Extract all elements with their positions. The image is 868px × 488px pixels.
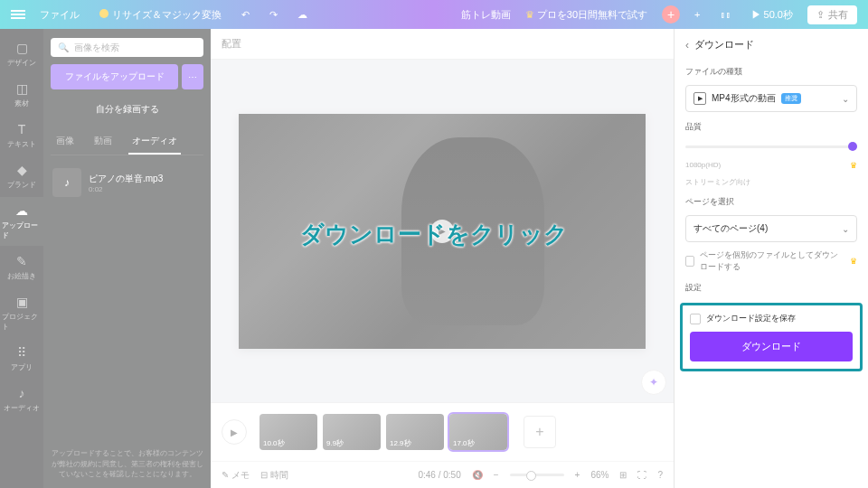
tab-オーディオ[interactable]: オーディオ: [128, 129, 181, 155]
analytics-icon[interactable]: ⫾⫾: [715, 6, 737, 23]
add-page-button[interactable]: +: [524, 416, 556, 448]
music-note-icon: ♪: [52, 168, 81, 197]
search-icon: 🔍: [58, 42, 69, 52]
undo-icon[interactable]: ↶: [236, 6, 255, 23]
canvas-toolbar: 配置: [211, 29, 674, 60]
ai-assist-button[interactable]: ✦: [641, 370, 666, 395]
play-duration[interactable]: ▶ 50.0秒: [746, 5, 798, 24]
grid-view-icon[interactable]: ⊞: [619, 470, 627, 480]
settings-label: 設定: [685, 282, 857, 294]
timeline: ▶ 10.0秒9.9秒12.9秒17.0秒 + ✎ メモ ⊟ 時間 0:46 /…: [211, 402, 674, 488]
pages-label: ページを選択: [685, 196, 857, 208]
search-input[interactable]: 🔍: [51, 38, 203, 57]
rail-item-デザイン[interactable]: ▢デザイン: [0, 34, 43, 73]
share-button[interactable]: ⇪ 共有: [807, 5, 857, 24]
timeline-clip[interactable]: 17.0秒: [449, 414, 507, 450]
annotation-highlight: ダウンロード設定を保存 ダウンロード: [680, 303, 863, 371]
mute-icon[interactable]: 🔇: [472, 470, 483, 480]
rail-icon: ✎: [14, 253, 30, 269]
rail-icon: ☁: [14, 202, 30, 219]
timeline-clip[interactable]: 12.9秒: [386, 414, 444, 450]
rail-item-アップロード[interactable]: ☁アップロード: [0, 197, 43, 246]
back-icon[interactable]: ‹: [685, 39, 689, 52]
upload-disclaimer: アップロードすることで、お客様のコンテンツが弊社の規約に同意し、第三者の権利を侵…: [51, 448, 203, 479]
fullscreen-icon[interactable]: ⛶: [637, 470, 646, 480]
time-display: 0:46 / 0:50: [418, 470, 460, 480]
tutorial-annotation: ダウンロードをクリック: [300, 219, 568, 250]
media-tabs: 画像動画オーディオ: [51, 129, 203, 155]
crown-icon: ♛: [850, 257, 857, 266]
notes-button[interactable]: ✎ メモ: [222, 469, 250, 482]
project-title-input[interactable]: [439, 9, 511, 20]
left-rail: ▢デザイン◫素材Tテキスト◆ブランド☁アップロード✎お絵描き▣プロジェクト⠿アプ…: [0, 29, 43, 488]
hamburger-icon[interactable]: [11, 10, 25, 19]
crown-icon: ♛: [850, 161, 857, 170]
rail-item-アプリ[interactable]: ⠿アプリ: [0, 339, 43, 378]
filetype-label: ファイルの種類: [685, 66, 857, 78]
timeline-clip[interactable]: 10.0秒: [259, 414, 317, 450]
rail-item-素材[interactable]: ◫素材: [0, 75, 43, 114]
plus-light-icon[interactable]: +: [689, 6, 705, 23]
chevron-down-icon: ⌄: [842, 224, 849, 234]
upload-file-button[interactable]: ファイルをアップロード: [51, 64, 178, 89]
file-menu[interactable]: ファイル: [34, 5, 85, 24]
filetype-select[interactable]: ▶ MP4形式の動画 推奨 ⌄: [685, 85, 857, 112]
video-file-icon: ▶: [693, 92, 706, 105]
duration-button[interactable]: ⊟ 時間: [260, 469, 288, 482]
rail-icon: ▣: [14, 294, 30, 310]
rail-icon: ⠿: [14, 344, 30, 361]
save-settings-checkbox[interactable]: [690, 314, 701, 324]
tab-画像[interactable]: 画像: [52, 129, 78, 155]
rail-item-プロジェクト[interactable]: ▣プロジェクト: [0, 288, 43, 337]
resize-menu[interactable]: リサイズ＆マジック変換: [94, 5, 227, 24]
zoom-slider[interactable]: [510, 474, 564, 476]
quality-label: 品質: [685, 121, 857, 133]
audio-list-item[interactable]: ♪ ピアノの単音.mp3 0:02: [51, 163, 203, 202]
download-panel: ‹ ダウンロード ファイルの種類 ▶ MP4形式の動画 推奨 ⌄ 品質 1080…: [674, 29, 868, 488]
rail-item-お絵描き[interactable]: ✎お絵描き: [0, 248, 43, 286]
zoom-level: 66%: [590, 470, 609, 480]
help-icon[interactable]: ?: [657, 470, 663, 480]
timeline-play-button[interactable]: ▶: [222, 419, 247, 445]
position-label[interactable]: 配置: [222, 37, 241, 51]
upload-more-button[interactable]: ⋯: [182, 64, 203, 89]
separate-files-checkbox[interactable]: [685, 256, 694, 267]
pages-select[interactable]: すべてのページ(4) ⌄: [685, 215, 857, 242]
rail-item-テキスト[interactable]: Tテキスト: [0, 116, 43, 155]
cloud-sync-icon: ☁: [292, 6, 313, 23]
side-panel: 🔍 ファイルをアップロード ⋯ 自分を録画する 画像動画オーディオ ♪ ピアノの…: [43, 29, 211, 488]
rail-item-ブランド[interactable]: ◆ブランド: [0, 156, 43, 195]
redo-icon[interactable]: ↷: [264, 6, 283, 23]
download-button[interactable]: ダウンロード: [690, 332, 853, 361]
rail-icon: ♪: [14, 385, 30, 401]
tab-動画[interactable]: 動画: [90, 129, 116, 155]
timeline-clip[interactable]: 9.9秒: [323, 414, 381, 450]
quality-slider[interactable]: [685, 145, 857, 148]
rail-item-オーディオ[interactable]: ♪オーディオ: [0, 380, 43, 418]
rail-icon: ◫: [14, 80, 30, 97]
record-self-button[interactable]: 自分を録画する: [51, 97, 203, 122]
rail-icon: ◆: [14, 162, 30, 178]
pro-trial-button[interactable]: ♛ プロを30日間無料で試す: [520, 5, 653, 24]
rail-icon: T: [14, 121, 30, 137]
chevron-down-icon: ⌄: [842, 94, 849, 104]
rail-icon: ▢: [14, 40, 30, 56]
panel-title: ダウンロード: [694, 38, 754, 52]
add-button[interactable]: +: [662, 5, 680, 23]
